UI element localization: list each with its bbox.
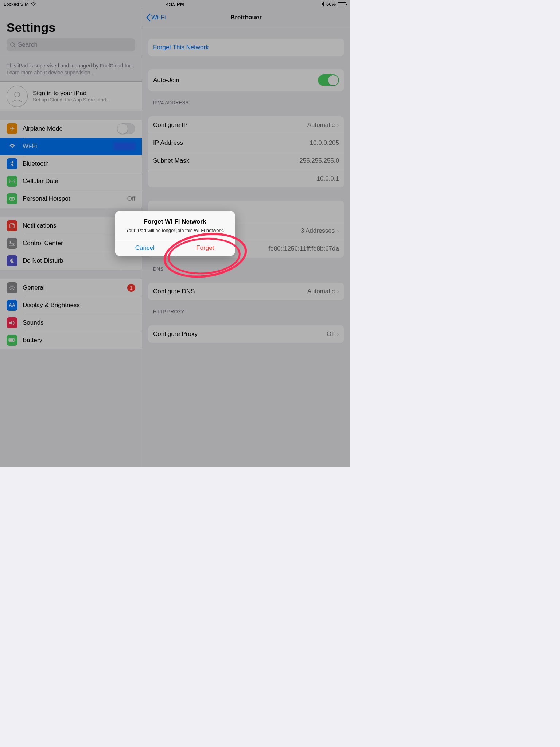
forget-button[interactable]: Forget bbox=[175, 240, 236, 256]
cancel-button[interactable]: Cancel bbox=[115, 240, 175, 256]
forget-wifi-alert: Forget Wi-Fi Network Your iPad will no l… bbox=[115, 211, 235, 256]
alert-title: Forget Wi-Fi Network bbox=[122, 218, 228, 225]
alert-message: Your iPad will no longer join this Wi-Fi… bbox=[122, 228, 228, 233]
